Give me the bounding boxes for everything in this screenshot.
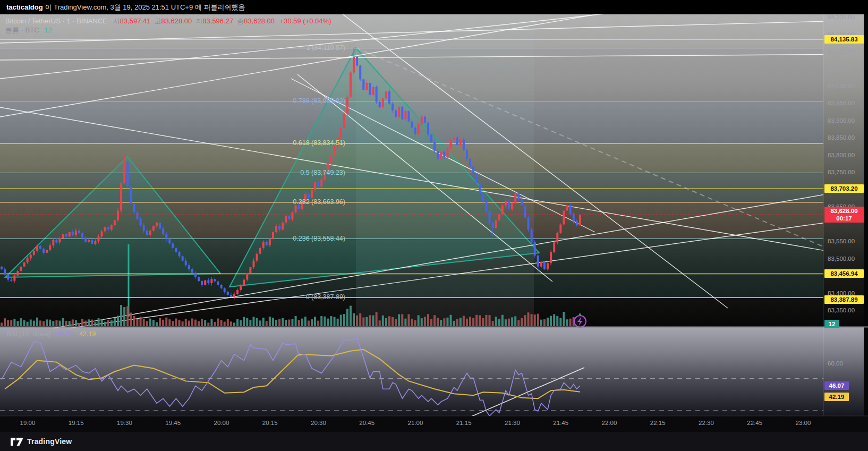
price-axis-tick: 83,850.00 [828, 134, 866, 141]
rsi-ma-value: 42.19 [79, 330, 96, 338]
countdown-timer: 00:17 [824, 215, 864, 222]
time-axis-label: 22:30 [691, 420, 722, 426]
rsi-pane-bg [0, 327, 865, 416]
price-axis-tick: 83,800.00 [828, 152, 866, 158]
price-axis-tick: 83,750.00 [828, 169, 866, 175]
rsi-value-badge: 46.07 [824, 381, 849, 390]
alert-price-badge-2: 83,703.20 [824, 184, 864, 193]
time-axis-label: 19:30 [109, 420, 141, 426]
price-axis-tick: 83,500.00 [828, 256, 866, 262]
footer-bar: TradingView [0, 432, 868, 451]
fib-level-label[interactable]: 1 (84,110.57) [159, 44, 345, 52]
alert-price-badge-3: 83,456.94 [824, 269, 864, 278]
fib-level-label[interactable]: 0.5 (83,749.23) [159, 169, 345, 176]
tradingview-brand-text[interactable]: TradingView [27, 437, 72, 446]
alert-price-badge-1: 84,135.83 [824, 35, 864, 44]
legend-volume-row: 볼륨 · BTC 12 [5, 25, 331, 35]
time-axis-label: 19:00 [12, 420, 44, 426]
volume-label[interactable]: 볼륨 · BTC [5, 26, 39, 34]
price-axis-tick: 84,100.00 [828, 48, 866, 55]
exchange[interactable]: BINANCE [76, 17, 107, 25]
current-price-value: 83,628.00 [824, 207, 864, 215]
price-axis-tick: 84,000.00 [828, 83, 866, 89]
rsi-indicator-header: RSI (14, close) 46.07 42.19 [6, 330, 96, 338]
rsi-value: 46.07 [56, 330, 73, 338]
ohlc-label: 시 [113, 17, 120, 25]
ohlc-value: 83,628.00 [161, 17, 192, 25]
ohlc-values: 시83,597.41고83,628.00저83,596.27종83,628.00 [109, 17, 275, 25]
interval[interactable]: 1 [66, 17, 70, 25]
price-axis-tick: 83,550.00 [828, 238, 866, 244]
time-axis-label: 23:00 [787, 420, 819, 426]
time-axis-label: 21:45 [545, 420, 577, 426]
time-axis-label: 21:30 [497, 420, 529, 426]
time-axis-label: 22:00 [593, 420, 625, 426]
fib-level-label[interactable]: 0.236 (83,558.44) [159, 235, 345, 242]
rsi-ma-value-badge: 42.19 [824, 393, 849, 401]
rsi-title[interactable]: RSI (14, close) [6, 330, 50, 338]
time-axis-label: 19:15 [60, 420, 92, 426]
ohlc-value: 83,597.41 [120, 17, 151, 25]
price-axis-tick: 83,900.00 [828, 117, 866, 124]
pane-separator[interactable] [0, 327, 868, 328]
time-axis-label: 20:15 [254, 420, 286, 426]
time-axis-label: 21:00 [399, 420, 431, 426]
tradingview-logo-icon[interactable] [11, 438, 23, 446]
time-axis-label: 22:15 [642, 420, 674, 426]
publish-bar: tacticaldog 이 TradingView.com, 3월 19, 20… [0, 0, 868, 14]
rsi-axis-tick: 60.00 [828, 360, 866, 367]
lightning-icon[interactable] [574, 316, 586, 327]
legend-symbol-row: Bitcoin / TetherUS · 1 · BINANCE 시83,597… [5, 16, 331, 25]
current-price-badge: 83,628.00 00:17 [824, 207, 864, 223]
publish-text: 이 TradingView.com, 3월 19, 2025 21:51 UTC… [45, 3, 245, 12]
time-axis-label: 22:45 [739, 420, 771, 426]
volume-value: 12 [44, 26, 52, 34]
publish-username[interactable]: tacticaldog [6, 3, 43, 11]
price-axis-tick: 83,950.00 [828, 100, 866, 106]
time-axis-label: 20:45 [351, 420, 383, 426]
time-axis-label: 20:30 [303, 420, 335, 426]
time-axis-label: 20:00 [206, 420, 237, 426]
fib-level-label[interactable]: 0.786 (83,955.92) [159, 97, 345, 105]
time-axis-label: 21:15 [448, 420, 480, 426]
ohlc-label: 저 [195, 17, 202, 25]
ohlc-value: 83,628.00 [244, 17, 275, 25]
fib-level-label[interactable]: 0 (83,387.89) [159, 293, 345, 301]
change-value: +30.59 (+0.04%) [280, 17, 331, 25]
symbol-title[interactable]: Bitcoin / TetherUS [5, 17, 61, 25]
price-axis-tick: 84,200.00 [828, 14, 866, 20]
chart-legend: Bitcoin / TetherUS · 1 · BINANCE 시83,597… [5, 16, 331, 35]
fib-level-label[interactable]: 0.618 (83,834.51) [159, 139, 345, 147]
rsi-axis-tick: 80.00 [828, 328, 866, 335]
ohlc-value: 83,596.27 [202, 17, 233, 25]
alert-price-badge-4: 83,387.89 [824, 295, 864, 304]
fib-level-label[interactable]: 0.382 (83,663.96) [159, 198, 345, 206]
price-axis-tick: 84,050.00 [828, 65, 866, 72]
volume-badge: 12 [824, 320, 839, 328]
time-axis-label: 19:45 [157, 420, 189, 426]
ohlc-label: 고 [154, 17, 161, 25]
chart-canvas[interactable] [0, 0, 868, 451]
main-plot[interactable] [0, 0, 868, 332]
ohlc-label: 종 [237, 17, 244, 25]
price-axis-tick: 83,350.00 [828, 307, 866, 313]
